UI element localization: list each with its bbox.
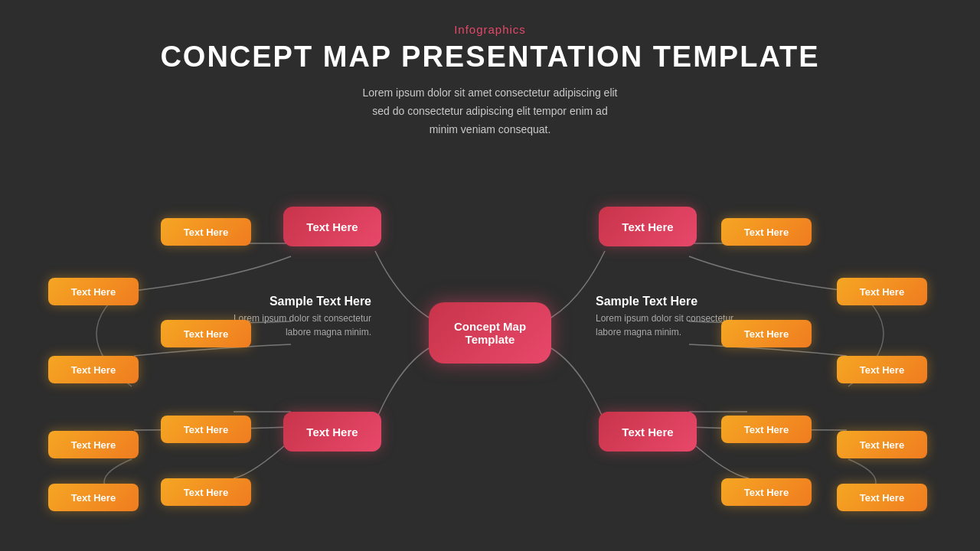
left-orange3[interactable]: Text Here [161,416,251,443]
infographics-label: Infographics [0,23,980,36]
bottom-left-orange1[interactable]: Text Here [48,431,139,458]
right-orange-mid[interactable]: Text Here [721,320,812,347]
right-orange2[interactable]: Text Here [837,356,927,383]
top-left-orange1[interactable]: Text Here [161,218,251,246]
left-text-block-title: Sample Text Here [218,295,371,308]
left-orange-mid[interactable]: Text Here [161,320,251,347]
right-orange3[interactable]: Text Here [721,416,812,443]
bottom-right-orange3[interactable]: Text Here [837,484,927,511]
bottom-right-orange2[interactable]: Text Here [721,478,812,506]
header: Infographics CONCEPT MAP PRESENTATION TE… [0,0,980,139]
map-area: Concept Map Template Sample Text Here Lo… [0,130,980,536]
top-right-red-node[interactable]: Text Here [599,207,697,246]
center-node: Concept Map Template [429,302,551,364]
bottom-left-orange3[interactable]: Text Here [48,484,139,511]
bottom-right-orange1[interactable]: Text Here [837,431,927,458]
slide: Infographics CONCEPT MAP PRESENTATION TE… [0,0,980,551]
top-right-orange1[interactable]: Text Here [721,218,812,246]
right-text-block-title: Sample Text Here [596,295,749,308]
main-title: CONCEPT MAP PRESENTATION TEMPLATE [0,41,980,73]
top-right-orange2[interactable]: Text Here [837,278,927,305]
left-orange2[interactable]: Text Here [48,356,139,383]
top-left-red-node[interactable]: Text Here [283,207,381,246]
bottom-left-orange2[interactable]: Text Here [161,478,251,506]
top-left-orange2[interactable]: Text Here [48,278,139,305]
bottom-left-red-node[interactable]: Text Here [283,412,381,452]
bottom-right-red-node[interactable]: Text Here [599,412,697,452]
